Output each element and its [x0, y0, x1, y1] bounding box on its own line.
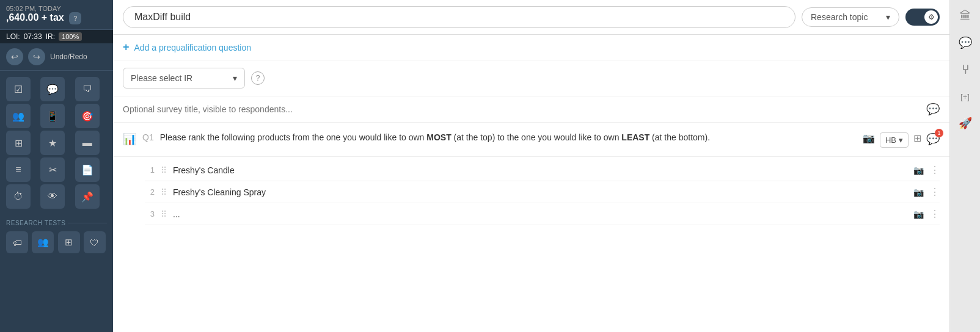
loi-label: LOI: [6, 32, 20, 41]
undo-redo-label: Undo/Redo [50, 52, 87, 61]
add-prequal-button[interactable]: + [123, 41, 130, 54]
redo-button[interactable]: ↪ [28, 48, 45, 65]
question-number: Q1 [142, 132, 154, 142]
right-panel: 🏛 💬 ⑂ [+] 🚀 [949, 0, 980, 332]
users-research-icon[interactable]: 👥 [32, 231, 54, 253]
settings-toggle[interactable]: ⚙ [905, 9, 940, 26]
hb-label: HB [885, 135, 896, 145]
research-topic-chevron-icon: ▾ [886, 12, 890, 22]
research-topic-dropdown[interactable]: Research topic ▾ [802, 7, 899, 27]
price-display: ,640.00 + tax ? [6, 12, 107, 24]
list-icon[interactable]: ≡ [6, 157, 31, 182]
audience-icon[interactable]: 👥 [6, 104, 31, 128]
price-help-icon[interactable]: ? [69, 12, 81, 24]
tool-icon-grid: ☑ 💬 🗨 👥 📱 🎯 ⊞ ★ ▬ ≡ ✂ 📄 ⏱ 👁 📌 [0, 71, 113, 215]
timestamp: 05:02 PM, TODAY [6, 5, 107, 12]
list-item: 1 ⠿ Freshy's Candle 📷 ⋮ [145, 159, 940, 181]
optional-title-input[interactable] [123, 104, 926, 114]
item-number: 1 [145, 165, 155, 175]
table-icon[interactable]: ⊞ [6, 131, 31, 155]
question-text-part3: (at the bottom). [649, 132, 710, 142]
top-bar: Research topic ▾ ⚙ [113, 0, 949, 35]
mobile-icon[interactable]: 📱 [40, 104, 65, 128]
list-item: 3 ⠿ ... 📷 ⋮ [145, 203, 940, 225]
chat-bubble-icon[interactable]: 💬 [40, 77, 65, 101]
tag-icon[interactable]: 🏷 [6, 231, 28, 253]
item-number: 2 [145, 187, 155, 197]
building-icon[interactable]: 🏛 [954, 5, 976, 27]
optional-title-comment-icon[interactable]: 💬 [926, 103, 940, 116]
pin-icon[interactable]: 📌 [75, 184, 100, 209]
question-controls: 📷 HB ▾ ⊞ 💬 1 [863, 132, 940, 148]
drag-handle-icon[interactable]: ⠿ [161, 209, 167, 219]
ir-select-placeholder: Please select IR [131, 73, 192, 83]
drag-handle-icon[interactable]: ⠿ [161, 187, 167, 197]
main-content: Research topic ▾ ⚙ + Add a prequalificat… [113, 0, 949, 332]
speech-icon[interactable]: 🗨 [75, 77, 100, 101]
item-options-icon[interactable]: ⋮ [930, 186, 940, 198]
shield-icon[interactable]: 🛡 [84, 231, 106, 253]
ir-dropdown-chevron-icon: ▾ [233, 73, 237, 83]
hb-chevron-icon: ▾ [899, 135, 903, 145]
question-text-bold2: LEAST [621, 132, 649, 142]
question-camera-icon[interactable]: 📷 [863, 132, 875, 144]
timer-icon[interactable]: ⏱ [6, 184, 31, 209]
gear-icon: ⚙ [924, 10, 938, 24]
question-text-part1: Please rank the following products from … [160, 132, 427, 142]
item-number: 3 [145, 209, 155, 218]
grid-options-icon[interactable]: ⊞ [913, 132, 921, 144]
ir-select-bar: Please select IR ▾ ? [113, 60, 949, 96]
question-area: 📊 Q1 Please rank the following products … [113, 123, 949, 332]
list-item: 2 ⠿ Freshy's Cleaning Spray 📷 ⋮ [145, 181, 940, 203]
scissors-icon[interactable]: ✂ [40, 157, 65, 182]
item-options-icon[interactable]: ⋮ [930, 208, 940, 220]
eye-off-icon[interactable]: 👁 [40, 184, 65, 209]
slider-icon[interactable]: ▬ [75, 131, 100, 155]
question-row-q1: 📊 Q1 Please rank the following products … [113, 123, 949, 157]
fork-icon[interactable]: ⑂ [954, 59, 976, 81]
ir-select-dropdown[interactable]: Please select IR ▾ [123, 68, 245, 88]
price-value: ,640.00 + tax [6, 12, 64, 23]
ir-help-icon[interactable]: ? [251, 71, 265, 85]
question-text-bold1: MOST [426, 132, 451, 142]
item-camera-icon[interactable]: 📷 [913, 209, 924, 219]
question-chart-icon: 📊 [123, 132, 136, 146]
loi-row: LOI: 07:33 IR: 100% [0, 30, 113, 43]
loi-value: 07:33 [24, 32, 42, 41]
item-text: Freshy's Candle [173, 165, 907, 175]
optional-title-bar: 💬 [113, 96, 949, 123]
hb-dropdown[interactable]: HB ▾ [880, 132, 909, 148]
add-prequal-text[interactable]: Add a prequalification question [134, 43, 251, 52]
undo-button[interactable]: ↩ [6, 48, 23, 65]
sidebar-top: 05:02 PM, TODAY ,640.00 + tax ? [0, 0, 113, 30]
prequal-bar: + Add a prequalification question [113, 35, 949, 60]
item-options-icon[interactable]: ⋮ [930, 164, 940, 176]
item-text: ... [173, 209, 907, 219]
survey-title-input[interactable] [123, 6, 795, 28]
research-icon-grid: 🏷 👥 ⊞ 🛡 [0, 229, 113, 256]
research-topic-label: Research topic [811, 12, 868, 22]
items-list: 1 ⠿ Freshy's Candle 📷 ⋮ 2 ⠿ Freshy's Cle… [113, 157, 949, 228]
question-text-part2: (at the top) to the one you would like t… [452, 132, 622, 142]
comment-badge: 1 [935, 129, 943, 137]
grid-research-icon[interactable]: ⊞ [58, 231, 80, 253]
undo-redo-bar: ↩ ↪ Undo/Redo [0, 43, 113, 71]
document-icon[interactable]: 📄 [75, 157, 100, 182]
ir-value: 100% [59, 32, 82, 41]
comment-panel-icon[interactable]: 💬 [954, 32, 976, 54]
research-tests-label: RESEARCH TESTS [0, 215, 113, 229]
ir-label: IR: [46, 32, 55, 41]
checkbox-icon[interactable]: ☑ [6, 77, 31, 101]
left-sidebar: 05:02 PM, TODAY ,640.00 + tax ? LOI: 07:… [0, 0, 113, 332]
drag-handle-icon[interactable]: ⠿ [161, 165, 167, 175]
item-camera-icon[interactable]: 📷 [913, 165, 924, 175]
rocket-icon[interactable]: 🚀 [954, 112, 976, 134]
star-icon[interactable]: ★ [40, 131, 65, 155]
item-text: Freshy's Cleaning Spray [173, 187, 907, 197]
item-camera-icon[interactable]: 📷 [913, 187, 924, 197]
question-text: Please rank the following products from … [160, 131, 857, 144]
expand-icon[interactable]: [+] [954, 85, 976, 107]
question-comment-wrapper: 💬 1 [926, 132, 940, 146]
target-icon[interactable]: 🎯 [75, 104, 100, 128]
